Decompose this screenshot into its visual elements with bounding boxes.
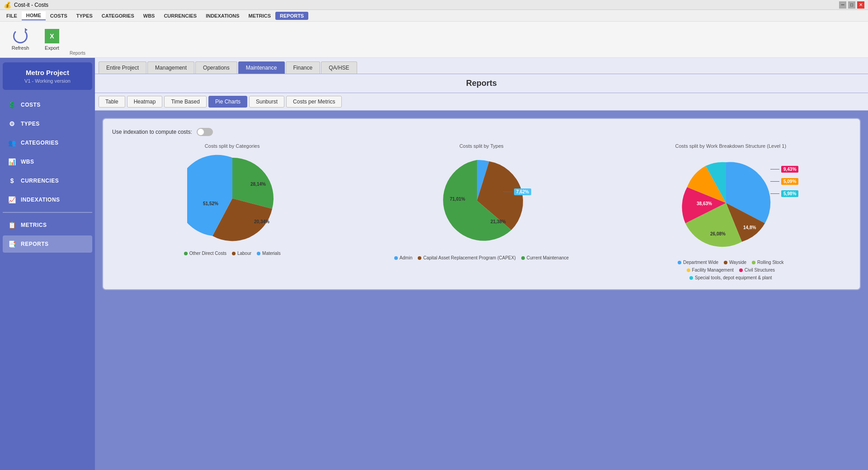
metrics-icon: 📋 (8, 221, 16, 229)
menu-costs[interactable]: COSTS (46, 12, 72, 20)
legend-special-tools: Special tools, depot equipment & plant (689, 275, 772, 280)
sidebar-item-currencies[interactable]: $ CURRENCIES (3, 172, 92, 189)
indexations-icon: 📈 (8, 196, 16, 204)
callout-facility: 9,43% (770, 166, 798, 173)
chart-wbs-legend: Department Wide Wayside Rolling Stock (667, 260, 794, 280)
menu-home[interactable]: HOME (22, 11, 46, 20)
legend-dot-admin (394, 256, 398, 260)
legend-other-direct-costs: Other Direct Costs (184, 251, 226, 256)
close-button[interactable]: ✕ (857, 1, 864, 9)
reports-icon: 📑 (8, 240, 16, 248)
indexation-row: Use indexation to compute costs: (112, 128, 851, 136)
chart-types-legend: Admin Capital Asset Replacement Program … (394, 255, 569, 260)
chart-wbs: Costs split by Work Breakdown Structure … (611, 143, 851, 280)
callout-civil-box: 5,09% (781, 178, 798, 185)
tab-finance[interactable]: Finance (286, 61, 321, 74)
minimize-button[interactable]: ─ (839, 1, 846, 9)
callout-civil: 5,09% (770, 178, 798, 185)
sidebar-item-reports[interactable]: 📑 REPORTS (3, 235, 92, 253)
sidebar-wbs-label: WBS (21, 159, 34, 165)
svg-text:51,52%: 51,52% (203, 201, 218, 206)
export-button[interactable]: X Export (36, 24, 68, 56)
top-tabs: Entire Project Management Operations Mai… (95, 58, 868, 74)
menu-bar: FILE HOME COSTS TYPES CATEGORIES WBS CUR… (0, 10, 868, 22)
indexation-toggle[interactable] (197, 128, 213, 136)
legend-dot-dept (678, 261, 681, 264)
sidebar-metrics-label: METRICS (21, 222, 47, 228)
chart-categories-legend: Other Direct Costs Labour Materials (184, 251, 281, 256)
tab-management[interactable]: Management (147, 61, 194, 74)
report-content: Use indexation to compute costs: Costs s… (95, 111, 868, 470)
tab-entire-project[interactable]: Entire Project (99, 61, 146, 74)
report-panel: Use indexation to compute costs: Costs s… (102, 118, 861, 290)
charts-container: Costs split by Categories 28,14% (112, 143, 851, 280)
sidebar-item-wbs[interactable]: 📊 WBS (3, 153, 92, 170)
toolbar: Refresh X Export Reports (0, 22, 868, 58)
refresh-icon (13, 29, 28, 43)
menu-types[interactable]: TYPES (72, 12, 97, 20)
callout-admin-box: 7,62% (514, 188, 531, 195)
main-layout: Metro Project V1 - Working version 💲 COS… (0, 58, 868, 470)
menu-metrics[interactable]: METRICS (244, 12, 276, 20)
sidebar: Metro Project V1 - Working version 💲 COS… (0, 58, 95, 470)
sidebar-item-indexations[interactable]: 📈 INDEXATIONS (3, 191, 92, 208)
sidebar-item-costs[interactable]: 💲 COSTS (3, 96, 92, 113)
project-version: V1 - Working version (7, 78, 88, 84)
svg-text:26,08%: 26,08% (710, 231, 726, 236)
menu-indexations[interactable]: INDEXATIONS (201, 12, 244, 20)
reports-title: Reports (466, 79, 497, 88)
callout-special: 5,98% (770, 190, 798, 197)
sidebar-reports-label: REPORTS (21, 241, 49, 247)
legend-dot-capex (418, 256, 421, 260)
callout-admin: 7,62% (503, 188, 531, 195)
wbs-callouts: 9,43% 5,09% 5,98% (770, 166, 798, 197)
tab-operations[interactable]: Operations (195, 61, 237, 74)
menu-file[interactable]: FILE (2, 12, 22, 20)
legend-rolling-stock: Rolling Stock (752, 260, 783, 265)
chart-types-title: Costs split by Types (459, 143, 504, 149)
menu-reports[interactable]: REPORTS (275, 12, 308, 20)
sidebar-currencies-label: CURRENCIES (21, 178, 59, 184)
refresh-button[interactable]: Refresh (5, 24, 36, 56)
tab-qa-hse[interactable]: QA/HSE (321, 61, 357, 74)
menu-currencies[interactable]: CURRENCIES (159, 12, 201, 20)
subtab-sunburst[interactable]: Sunburst (249, 96, 284, 108)
categories-icon: 👥 (8, 139, 16, 147)
export-label: Export (45, 45, 59, 51)
title-bar: 💰 Cost-it - Costs ─ □ ✕ (0, 0, 868, 10)
svg-text:21,38%: 21,38% (491, 219, 506, 224)
menu-wbs[interactable]: WBS (139, 12, 160, 20)
tab-maintenance[interactable]: Maintenance (238, 61, 285, 74)
wbs-icon: 📊 (8, 158, 16, 166)
subtab-time-based[interactable]: Time Based (164, 96, 207, 108)
chart-categories: Costs split by Categories 28,14% (112, 143, 352, 256)
svg-text:14,8%: 14,8% (743, 225, 756, 230)
project-name: Metro Project (7, 69, 88, 76)
reports-header: Reports (95, 74, 868, 93)
indexation-label: Use indexation to compute costs: (112, 129, 192, 135)
sidebar-item-metrics[interactable]: 📋 METRICS (3, 216, 92, 234)
callout-facility-box: 9,43% (781, 166, 798, 173)
maximize-button[interactable]: □ (848, 1, 855, 9)
chart-wbs-title: Costs split by Work Breakdown Structure … (675, 143, 787, 149)
sidebar-item-categories[interactable]: 👥 CATEGORIES (3, 134, 92, 151)
legend-dot-facility (687, 268, 690, 272)
content-area: Entire Project Management Operations Mai… (95, 58, 868, 470)
subtab-table[interactable]: Table (99, 96, 125, 108)
subtab-pie-charts[interactable]: Pie Charts (208, 96, 247, 108)
title-bar-controls: ─ □ ✕ (839, 1, 864, 9)
subtab-heatmap[interactable]: Heatmap (127, 96, 163, 108)
legend-dot-wayside (724, 261, 727, 264)
subtab-costs-per-metrics[interactable]: Costs per Metrics (286, 96, 342, 108)
legend-capex: Capital Asset Replacement Program (CAPEX… (418, 255, 516, 260)
chart-categories-title: Costs split by Categories (205, 143, 260, 149)
project-card: Metro Project V1 - Working version (3, 62, 92, 90)
export-icon: X (45, 29, 59, 43)
sidebar-indexations-label: INDEXATIONS (21, 197, 60, 203)
legend-dot-current-maintenance (521, 256, 525, 260)
svg-text:20,34%: 20,34% (254, 219, 269, 224)
legend-materials: Materials (257, 251, 281, 256)
sidebar-item-types[interactable]: ⚙ TYPES (3, 115, 92, 132)
menu-categories[interactable]: CATEGORIES (97, 12, 139, 20)
sidebar-types-label: TYPES (21, 121, 40, 127)
